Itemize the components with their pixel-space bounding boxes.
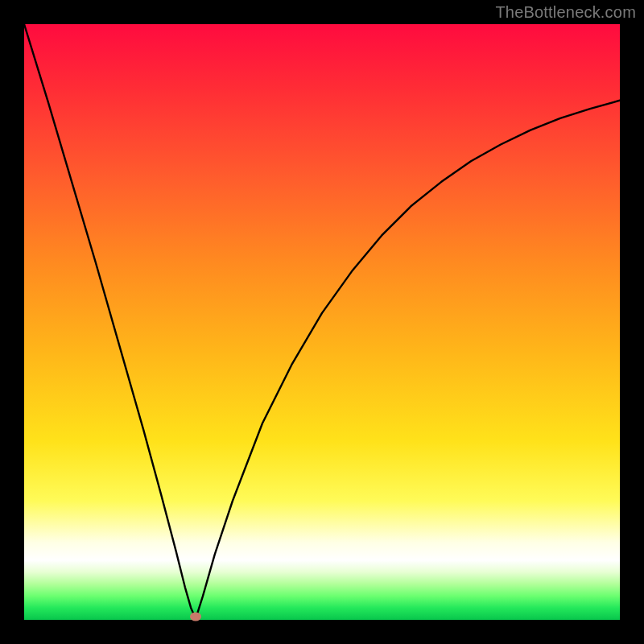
optimum-dot <box>190 613 201 621</box>
curve-path <box>24 24 620 619</box>
bottleneck-curve <box>24 24 620 620</box>
attribution-text: TheBottleneck.com <box>495 3 636 22</box>
outer-frame: TheBottleneck.com <box>0 0 644 644</box>
plot-area <box>24 24 620 620</box>
